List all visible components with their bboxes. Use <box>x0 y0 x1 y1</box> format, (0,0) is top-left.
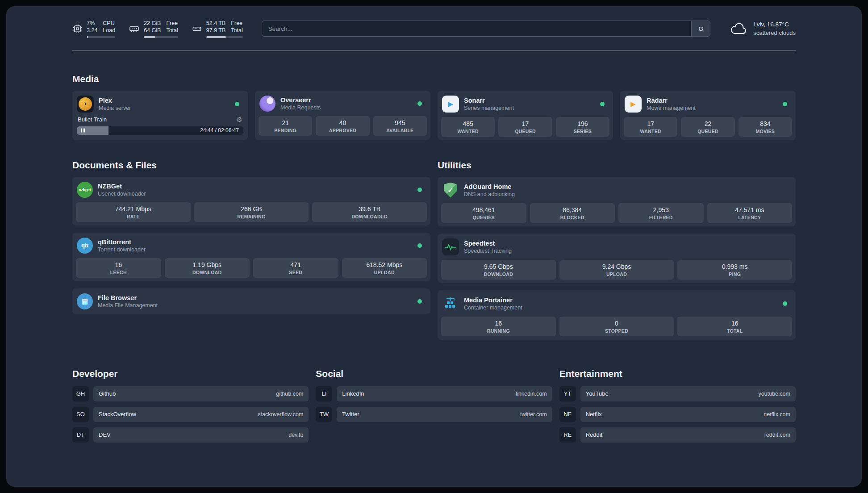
section-documents: Documents & Files nzbget NZBGet Usenet d… <box>72 160 430 340</box>
service-name: Speedtest <box>464 240 789 247</box>
service-subtitle: Movie management <box>647 105 778 111</box>
service-subtitle: Series management <box>464 105 595 111</box>
section-media: Media › Plex Media server Bullet Train ⚙ <box>72 74 796 140</box>
bookmark-abbr: GH <box>72 386 89 401</box>
stat-queries: 498,461QUERIES <box>441 203 526 223</box>
service-subtitle: Speedtest Tracking <box>464 248 789 254</box>
bookmark-url: netflix.com <box>764 411 790 418</box>
bookmark-name: Twitter <box>342 411 517 418</box>
search-provider-button[interactable]: G <box>691 21 710 36</box>
cpu-usage-value: 7% <box>87 20 97 27</box>
overseerr-icon <box>259 96 275 112</box>
stat-approved: 40APPROVED <box>316 116 369 136</box>
status-dot <box>600 102 605 106</box>
social-section-title: Social <box>316 368 552 379</box>
weather-widget: Lviv, 16.87°C scattered clouds <box>729 21 796 37</box>
service-subtitle: Media File Management <box>98 302 413 309</box>
disk-readout: 52.4 TB 97.9 TB Free Total <box>206 20 243 38</box>
stat-upload: 9.24 GbpsUPLOAD <box>559 260 674 280</box>
service-card-filebrowser[interactable]: ▤ File Browser Media File Management <box>72 288 430 314</box>
service-card-plex[interactable]: › Plex Media server Bullet Train ⚙ <box>72 91 248 140</box>
service-card-sonarr[interactable]: ▶ Sonarr Series management 485WANTED 17Q… <box>438 91 613 140</box>
bookmark-linkedin[interactable]: LI LinkedInlinkedin.com <box>316 386 552 401</box>
service-card-overseerr[interactable]: Overseerr Media Requests 21PENDING 40APP… <box>255 91 430 140</box>
stat-downloaded: 39.6 TBDOWNLOADED <box>312 202 427 222</box>
service-name: Plex <box>99 97 230 104</box>
entertainment-section-title: Entertainment <box>559 368 796 379</box>
service-card-nzbget[interactable]: nzbget NZBGet Usenet downloader 744.21 M… <box>72 177 430 226</box>
bookmark-url: reddit.com <box>764 432 790 438</box>
stat-download: 9.65 GbpsDOWNLOAD <box>441 260 556 280</box>
service-card-portainer[interactable]: Media Portainer Container management 16R… <box>438 290 796 340</box>
service-name: Sonarr <box>464 97 595 104</box>
utilities-section-title: Utilities <box>438 160 796 171</box>
bookmark-url: github.com <box>276 391 303 397</box>
now-playing-widget: Bullet Train ⚙ 24:44 / 02:06:47 <box>77 116 243 135</box>
bookmark-name: YouTube <box>586 390 755 397</box>
bookmark-github[interactable]: GH Githubgithub.com <box>72 386 309 401</box>
bookmark-name: Github <box>99 390 272 397</box>
memory-total-value: 64 GiB <box>144 27 161 34</box>
service-card-adguard[interactable]: ✓ AdGuard Home DNS and adblocking 498,46… <box>438 177 796 226</box>
bookmark-abbr: DT <box>72 427 89 443</box>
bookmark-abbr: NF <box>559 407 576 422</box>
stat-pending: 21PENDING <box>259 116 312 136</box>
bookmark-reddit[interactable]: RE Redditreddit.com <box>559 427 796 443</box>
bookmark-stackoverflow[interactable]: SO StackOverflowstackoverflow.com <box>72 407 309 422</box>
playback-time: 24:44 / 02:06:47 <box>200 126 239 135</box>
filebrowser-icon: ▤ <box>77 293 93 309</box>
memory-readout: 22 GiB 64 GiB Free Total <box>144 20 178 38</box>
service-card-radarr[interactable]: ▶ Radarr Movie management 17WANTED 22QUE… <box>620 91 796 140</box>
speedtest-icon <box>442 238 459 255</box>
service-subtitle: Media Requests <box>280 104 413 111</box>
search-input[interactable] <box>262 21 692 36</box>
dashboard-frame: 7% 3.24 CPU Load <box>6 6 862 487</box>
status-dot <box>235 102 239 106</box>
stat-movies: 834MOVIES <box>739 117 792 137</box>
stat-filtered: 2,953FILTERED <box>618 203 704 223</box>
bookmark-youtube[interactable]: YT YouTubeyoutube.com <box>559 386 796 401</box>
system-resources: 7% 3.24 CPU Load <box>72 20 243 38</box>
stat-series: 196SERIES <box>556 117 609 137</box>
stat-wanted: 17WANTED <box>624 117 677 137</box>
plex-icon: › <box>77 96 94 113</box>
developer-section-title: Developer <box>72 368 309 379</box>
bookmark-group-social: Social LI LinkedInlinkedin.com TW Twitte… <box>316 368 552 448</box>
section-utilities: Utilities ✓ AdGuard Home DNS and adblock… <box>438 160 796 340</box>
stat-download: 1.19 GbpsDOWNLOAD <box>165 258 250 278</box>
service-subtitle: Torrent downloader <box>98 246 413 253</box>
cpu-load-label: Load <box>103 27 115 34</box>
bookmark-url: twitter.com <box>520 411 547 418</box>
sonarr-icon: ▶ <box>442 96 459 113</box>
bookmark-twitter[interactable]: TW Twittertwitter.com <box>316 407 552 422</box>
top-bar: 7% 3.24 CPU Load <box>72 20 796 38</box>
service-name: AdGuard Home <box>464 183 789 190</box>
search-bar[interactable]: G <box>262 21 711 37</box>
documents-section-title: Documents & Files <box>72 160 430 171</box>
disk-total-value: 97.9 TB <box>206 27 226 34</box>
pause-button[interactable] <box>81 129 85 133</box>
service-card-speedtest[interactable]: Speedtest Speedtest Tracking 9.65 GbpsDO… <box>438 234 796 283</box>
service-name: Radarr <box>647 97 778 104</box>
stat-queued: 17QUEUED <box>498 117 552 137</box>
bookmark-url: linkedin.com <box>516 391 547 397</box>
bookmark-netflix[interactable]: NF Netflixnetflix.com <box>559 407 796 422</box>
status-dot <box>417 299 422 304</box>
bookmark-dev[interactable]: DT DEVdev.to <box>72 427 309 443</box>
gear-icon[interactable]: ⚙ <box>237 116 242 124</box>
stat-total: 16TOTAL <box>677 317 792 336</box>
cpu-progress-bar <box>87 36 115 38</box>
service-card-qbittorrent[interactable]: qb qBittorrent Torrent downloader 16LEEC… <box>72 233 430 281</box>
bookmark-group-developer: Developer GH Githubgithub.com SO StackOv… <box>72 368 309 448</box>
bookmark-abbr: TW <box>316 407 332 422</box>
bookmark-abbr: LI <box>316 386 332 401</box>
disk-progress-bar <box>206 36 243 38</box>
adguard-icon: ✓ <box>442 182 459 199</box>
status-dot <box>783 102 787 106</box>
nzbget-icon: nzbget <box>77 182 93 198</box>
stat-stopped: 0STOPPED <box>559 317 674 336</box>
memory-progress-bar <box>144 36 178 38</box>
now-playing-title: Bullet Train <box>78 116 107 123</box>
bookmark-abbr: RE <box>559 427 576 443</box>
weather-location: Lviv, 16.87°C <box>753 21 796 29</box>
